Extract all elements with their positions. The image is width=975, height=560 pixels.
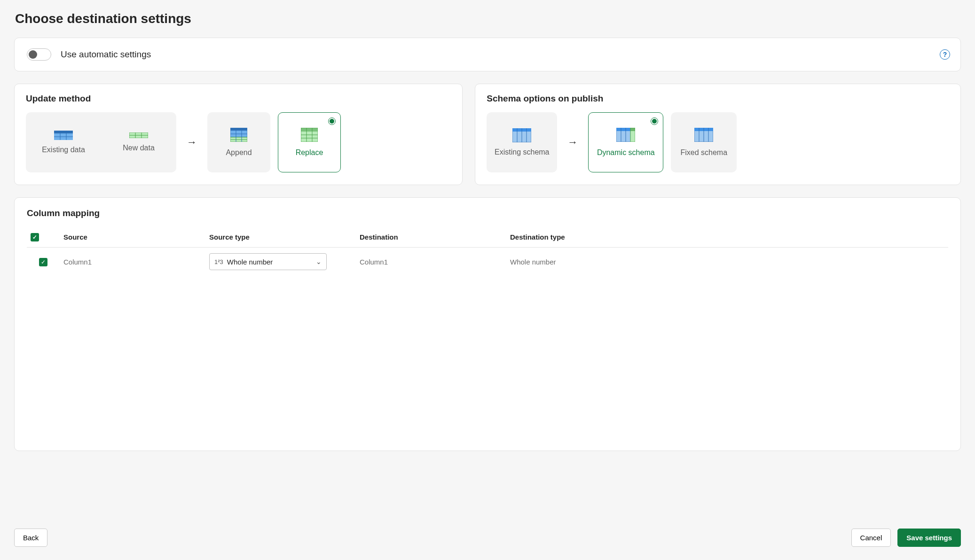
replace-label: Replace	[296, 148, 323, 157]
row-destination: Column1	[356, 248, 506, 276]
svg-rect-11	[230, 128, 247, 131]
column-mapping-table: ✓ Source Source type Destination Destina…	[27, 227, 948, 276]
fixed-schema-option[interactable]: Fixed schema	[671, 112, 737, 172]
dynamic-schema-option[interactable]: Dynamic schema	[588, 112, 663, 172]
svg-rect-31	[630, 128, 635, 131]
existing-data-tile: Existing data	[26, 112, 101, 172]
source-type-dropdown[interactable]: 1²3 Whole number ⌄	[209, 253, 327, 270]
automatic-settings-card: Use automatic settings ?	[14, 38, 961, 71]
fixed-schema-icon	[694, 128, 713, 142]
update-method-title: Update method	[26, 93, 451, 104]
arrow-icon: →	[184, 136, 200, 148]
header-destination: Destination	[356, 227, 506, 248]
append-option[interactable]: Append	[207, 112, 270, 172]
current-data-preview: Existing data New data	[26, 112, 176, 172]
footer-bar: Back Cancel Save settings	[0, 520, 975, 560]
row-source: Column1	[60, 248, 205, 276]
save-button[interactable]: Save settings	[897, 529, 961, 547]
header-destination-type: Destination type	[506, 227, 948, 248]
automatic-settings-toggle[interactable]	[27, 48, 51, 61]
column-mapping-title: Column mapping	[27, 208, 948, 218]
number-type-icon: 1²3	[214, 258, 223, 265]
append-label: Append	[226, 148, 252, 157]
update-method-panel: Update method Existing data	[14, 84, 463, 185]
existing-data-icon	[54, 131, 73, 140]
select-all-checkbox[interactable]: ✓	[31, 233, 39, 241]
schema-options-title: Schema options on publish	[487, 93, 949, 104]
svg-rect-1	[54, 131, 73, 133]
dynamic-schema-label: Dynamic schema	[597, 148, 655, 157]
replace-icon	[301, 128, 318, 142]
row-checkbox[interactable]: ✓	[39, 258, 47, 266]
existing-schema-icon	[512, 128, 531, 142]
new-data-icon	[129, 132, 148, 138]
dynamic-schema-icon	[616, 128, 635, 142]
append-icon	[230, 128, 247, 142]
header-source: Source	[60, 227, 205, 248]
cancel-button[interactable]: Cancel	[851, 529, 891, 547]
new-data-tile: New data	[101, 112, 176, 172]
page-title: Choose destination settings	[15, 11, 961, 26]
automatic-settings-label: Use automatic settings	[61, 49, 151, 60]
existing-schema-tile: Existing schema	[487, 112, 557, 172]
arrow-icon: →	[565, 136, 581, 148]
row-destination-type: Whole number	[506, 248, 948, 276]
table-row: ✓ Column1 1²3 Whole number ⌄ Column1 Who…	[27, 248, 948, 276]
replace-option[interactable]: Replace	[278, 112, 341, 172]
existing-schema-label: Existing schema	[495, 148, 550, 156]
back-button[interactable]: Back	[14, 529, 47, 547]
existing-schema-preview: Existing schema	[487, 112, 557, 172]
chevron-down-icon: ⌄	[316, 258, 322, 265]
svg-rect-18	[301, 128, 318, 132]
column-mapping-card: Column mapping ✓ Source Source type Dest…	[14, 197, 961, 451]
schema-options-panel: Schema options on publish Existing schem…	[475, 84, 961, 185]
fixed-schema-label: Fixed schema	[680, 148, 727, 157]
source-type-value: Whole number	[227, 258, 273, 266]
help-icon[interactable]: ?	[940, 49, 950, 60]
new-data-label: New data	[123, 144, 155, 152]
existing-data-label: Existing data	[42, 146, 85, 154]
header-source-type: Source type	[205, 227, 356, 248]
